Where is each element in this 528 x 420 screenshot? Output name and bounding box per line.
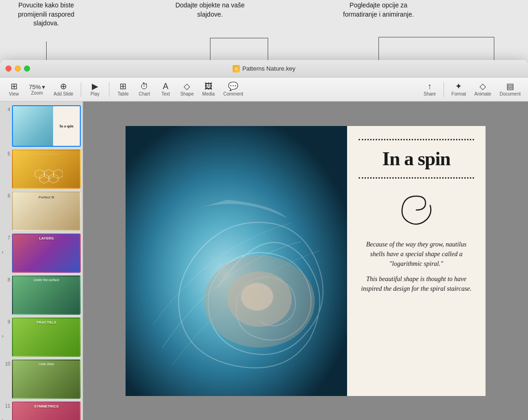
text-button[interactable]: A Text (156, 80, 176, 98)
slide-body-2: This beautiful shape is thought to have … (359, 274, 474, 294)
slide-number-7: 7 (2, 235, 10, 240)
slide-item-11[interactable]: 11 SYMMETRICS (2, 402, 81, 420)
slide-label-9: FRACTALS (13, 320, 80, 324)
chart-button[interactable]: ⏱ Chart (134, 80, 155, 98)
keynote-icon: K (233, 65, 240, 72)
slide-group-7: › 7 LAYERS (2, 234, 81, 273)
table-icon: ⊞ (120, 82, 126, 90)
document-button[interactable]: ▤ Document (496, 80, 524, 98)
slide-group-11: › 11 SYMMETRICS (2, 402, 81, 420)
shape-button[interactable]: ◇ Shape (177, 80, 198, 98)
animate-icon: ◇ (480, 82, 486, 90)
share-icon: ↑ (428, 82, 432, 90)
titlebar: K Patterns Nature.key (0, 60, 528, 78)
slide-label-11: SYMMETRICS (13, 404, 80, 408)
annotation-line-center-h (210, 38, 268, 38)
slide-number-9: 9 (2, 319, 10, 324)
dotted-line-bottom (359, 177, 474, 179)
shape-icon: ◇ (184, 82, 190, 90)
close-button[interactable] (6, 66, 12, 72)
slide-thumb-8[interactable]: Under the surface (12, 276, 81, 315)
window-title: K Patterns Nature.key (233, 65, 295, 72)
separator-3 (444, 82, 444, 97)
slide-panel[interactable]: 4 In a spin 5 INSTALLATION (0, 102, 83, 420)
play-button[interactable]: ▶ Play (85, 80, 105, 98)
annotation-line-center-right (268, 38, 268, 60)
slide-thumb-10[interactable]: Look close (12, 360, 81, 399)
slide-item-8[interactable]: 8 Under the surface (2, 276, 81, 315)
annotation-line-right-left (378, 37, 379, 60)
format-icon: ✦ (455, 82, 462, 90)
slide-item-6[interactable]: 6 Perfect fit (2, 192, 81, 231)
slide-canvas: In a spin Because of the way they grow, … (126, 126, 486, 396)
media-button[interactable]: 🖼 Media (198, 80, 219, 98)
slide-body-1: Because of the way they grow, nautilus s… (359, 240, 474, 269)
slide-thumb-9[interactable]: FRACTALS (12, 318, 81, 357)
add-slide-icon: ⊕ (60, 82, 67, 90)
view-icon: ⊞ (11, 82, 18, 90)
separator-2 (109, 82, 109, 97)
text-icon: A (163, 82, 168, 90)
slide-image-left (126, 126, 347, 396)
format-button[interactable]: ✦ Format (448, 80, 470, 98)
dotted-line-top (359, 139, 474, 140)
slide-number-5: 5 (2, 151, 10, 156)
slide-thumb-5[interactable]: INSTALLATION (12, 150, 81, 189)
slide-thumb-4[interactable]: In a spin (12, 105, 81, 147)
slide-thumb-6[interactable]: Perfect fit (12, 192, 81, 231)
annotation-left: Povucite kako biste promijenili raspored… (14, 1, 78, 28)
annotation-line-left (46, 42, 47, 60)
slide-text-area: In a spin Because of the way they grow, … (347, 126, 486, 396)
slide-item-5[interactable]: 5 INSTALLATION (2, 150, 81, 189)
spiral-icon (396, 189, 437, 233)
zoom-icon: 75% ▾ (29, 84, 45, 90)
add-slide-button[interactable]: ⊕ Add Slide (50, 80, 77, 98)
toolbar: ⊞ View 75% ▾ Zoom ⊕ Add Slide ▶ Play ⊞ T… (0, 78, 528, 102)
chevron-down-icon: ▾ (42, 84, 45, 90)
slide-item-10[interactable]: 10 Look close (2, 360, 81, 399)
slide-number-8: 8 (2, 277, 10, 282)
slide-item-4[interactable]: 4 In a spin (2, 105, 81, 147)
zoom-button[interactable]: 75% ▾ Zoom (25, 82, 49, 97)
slide-label-7: LAYERS (13, 236, 80, 240)
comment-button[interactable]: 💬 Comment (220, 80, 247, 98)
annotation-line-right-h (378, 37, 494, 37)
slide-thumb-7[interactable]: LAYERS (12, 234, 81, 273)
maximize-button[interactable] (24, 66, 30, 72)
slide-number-4: 4 (2, 107, 10, 112)
annotation-right: Pogledajte opcije za formatiranje i anim… (332, 1, 425, 19)
slide-label-8: Under the surface (34, 278, 60, 282)
slide-title: In a spin (382, 148, 450, 170)
slide-number-10: 10 (2, 361, 10, 366)
slide-label-6: Perfect fit (39, 195, 54, 199)
annotation-line-center-left (210, 38, 210, 60)
media-icon: 🖼 (204, 82, 213, 90)
view-button[interactable]: ⊞ View (4, 80, 24, 98)
share-button[interactable]: ↑ Share (420, 80, 440, 98)
minimize-button[interactable] (15, 66, 21, 72)
comment-icon: 💬 (228, 82, 238, 90)
separator-1 (81, 82, 81, 97)
slide-label-10: Look close (39, 362, 54, 366)
main-area: 4 In a spin 5 INSTALLATION (0, 102, 528, 420)
slide-group-9: › 9 FRACTALS (2, 318, 81, 357)
table-button[interactable]: ⊞ Table (113, 80, 133, 98)
document-icon: ▤ (506, 82, 514, 90)
slide-thumb-11[interactable]: SYMMETRICS (12, 402, 81, 420)
slide-number-11: 11 (2, 403, 10, 408)
traffic-lights (6, 66, 30, 72)
slide-number-6: 6 (2, 193, 10, 198)
main-window: K Patterns Nature.key ⊞ View 75% ▾ Zoom … (0, 60, 528, 420)
animate-button[interactable]: ◇ Animate (471, 80, 495, 98)
chart-icon: ⏱ (140, 82, 149, 90)
annotation-line-right-right (494, 37, 494, 60)
play-icon: ▶ (92, 82, 98, 90)
slide-content-area[interactable]: In a spin Because of the way they grow, … (83, 102, 528, 420)
slide-item-7[interactable]: 7 LAYERS (2, 234, 81, 273)
svg-point-9 (249, 288, 263, 300)
slide-item-9[interactable]: 9 FRACTALS (2, 318, 81, 357)
annotation-center: Dodajte objekte na vaše slajdove. (168, 1, 252, 19)
